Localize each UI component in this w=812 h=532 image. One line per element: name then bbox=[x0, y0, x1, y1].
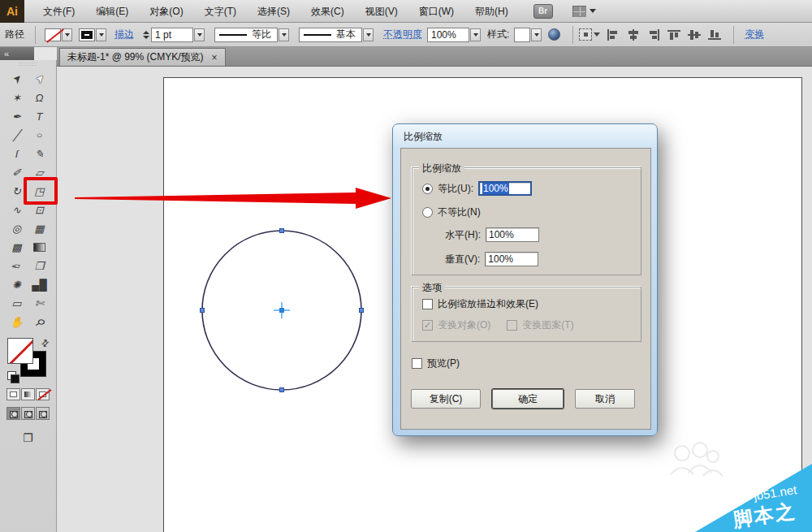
variable-width-profile-combo[interactable]: 等比 bbox=[214, 28, 289, 42]
align-to-icon bbox=[579, 28, 592, 41]
bridge-button[interactable]: Br bbox=[533, 4, 553, 19]
align-horizontal-left-icon[interactable] bbox=[607, 29, 620, 41]
color-mode-button[interactable] bbox=[6, 388, 20, 400]
screen-mode-button[interactable]: ❐ bbox=[0, 431, 56, 444]
stroke-weight-dropdown-button[interactable] bbox=[194, 28, 205, 41]
horizontal-scale-input[interactable]: 100% bbox=[486, 227, 539, 242]
scale-tool-icon: ◳ bbox=[34, 185, 44, 197]
stroke-dropdown-button[interactable] bbox=[96, 28, 106, 41]
draw-normal-button[interactable] bbox=[6, 407, 20, 420]
scale-strokes-checkbox[interactable] bbox=[422, 299, 433, 309]
vertical-scale-input[interactable]: 100% bbox=[485, 252, 538, 266]
brush-dropdown-button[interactable] bbox=[363, 28, 374, 41]
red-arrow-annotation bbox=[71, 182, 395, 214]
panel-collapse-button[interactable]: « bbox=[0, 47, 34, 60]
tools-grid: ➤➤✶Ω✒T╱○ſ✎✐▱↻◳∿⊡◎▦▩✑❒✺▄█▭✄✋⚲ bbox=[0, 70, 56, 331]
style-combo[interactable] bbox=[514, 28, 542, 42]
uniform-scale-input[interactable]: 100% bbox=[478, 181, 532, 196]
align-horizontal-right-icon[interactable] bbox=[647, 29, 660, 41]
document-tab[interactable]: 未标题-1* @ 99% (CMYK/预览) × bbox=[59, 48, 226, 66]
magic-wand-tool[interactable]: ✶ bbox=[6, 89, 28, 107]
close-tab-icon[interactable]: × bbox=[212, 52, 218, 63]
zoom-tool[interactable]: ⚲ bbox=[28, 313, 51, 331]
pencil-tool[interactable]: ✎ bbox=[28, 145, 51, 163]
workspace-switcher[interactable] bbox=[572, 6, 596, 17]
stroke-weight-combo[interactable]: 1 pt bbox=[151, 28, 205, 42]
preview-checkbox[interactable] bbox=[412, 358, 422, 369]
opacity-dropdown-button[interactable] bbox=[470, 28, 481, 41]
fill-proxy-none-icon[interactable] bbox=[7, 338, 33, 364]
menu-view[interactable]: 视图(V) bbox=[355, 0, 408, 23]
panel-drag-handle[interactable]: ::::::: bbox=[0, 60, 56, 70]
ellipse-tool[interactable]: ○ bbox=[28, 126, 51, 145]
menu-edit[interactable]: 编辑(E) bbox=[85, 0, 139, 23]
non-uniform-radio[interactable] bbox=[422, 207, 433, 218]
fill-stroke-controls: ⇄ bbox=[7, 338, 50, 380]
align-to-control[interactable] bbox=[579, 28, 600, 41]
perspective-grid-tool[interactable]: ▦ bbox=[28, 219, 51, 238]
menu-type[interactable]: 文字(T) bbox=[194, 0, 247, 23]
chevron-down-icon bbox=[590, 9, 596, 13]
paintbrush-tool[interactable]: ſ bbox=[6, 145, 28, 163]
line-segment-tool-icon: ╱ bbox=[14, 129, 20, 141]
align-vertical-top-icon[interactable] bbox=[667, 29, 680, 41]
menu-help[interactable]: 帮助(H) bbox=[464, 0, 519, 23]
menu-file[interactable]: 文件(F) bbox=[32, 0, 85, 23]
stroke-swatch-icon bbox=[79, 28, 95, 41]
gradient-mode-button[interactable] bbox=[21, 388, 35, 400]
align-horizontal-center-icon[interactable] bbox=[627, 29, 640, 41]
blend-tool[interactable]: ❒ bbox=[28, 257, 51, 275]
gradient-tool[interactable] bbox=[28, 238, 51, 257]
globe-icon[interactable] bbox=[548, 28, 560, 41]
lasso-tool[interactable]: Ω bbox=[28, 89, 51, 107]
stroke-color-control[interactable] bbox=[79, 28, 106, 41]
align-vertical-center-icon[interactable] bbox=[688, 29, 701, 41]
artboard-tool[interactable]: ▭ bbox=[6, 294, 28, 313]
copy-button[interactable]: 复制(C) bbox=[411, 389, 481, 409]
draw-behind-button[interactable] bbox=[21, 407, 35, 420]
swap-fill-stroke-icon[interactable]: ⇄ bbox=[39, 337, 52, 350]
align-vertical-bottom-icon[interactable] bbox=[708, 29, 721, 41]
app-logo-icon: Ai bbox=[0, 0, 24, 23]
symbol-sprayer-tool[interactable]: ✺ bbox=[6, 275, 28, 294]
menu-window[interactable]: 窗口(W) bbox=[408, 0, 464, 23]
menu-object[interactable]: 对象(O) bbox=[139, 0, 193, 23]
type-tool[interactable]: T bbox=[28, 107, 51, 126]
transform-panel-link[interactable]: 变换 bbox=[745, 28, 764, 41]
direct-selection-tool[interactable]: ➤ bbox=[28, 70, 51, 89]
line-segment-tool[interactable]: ╱ bbox=[6, 126, 28, 145]
eyedropper-tool[interactable]: ✑ bbox=[6, 257, 28, 275]
pen-tool[interactable]: ✒ bbox=[6, 107, 28, 126]
selection-tool[interactable]: ➤ bbox=[6, 70, 28, 89]
width-profile-dropdown-button[interactable] bbox=[279, 28, 289, 41]
selected-circle-object[interactable] bbox=[192, 221, 373, 401]
slice-tool[interactable]: ✄ bbox=[28, 294, 51, 313]
uniform-radio[interactable] bbox=[422, 184, 433, 194]
symbol-sprayer-tool-icon: ✺ bbox=[12, 279, 21, 291]
style-value[interactable] bbox=[514, 28, 530, 42]
brush-definition-combo[interactable]: 基本 bbox=[299, 28, 374, 42]
opacity-combo[interactable]: 100% bbox=[427, 28, 481, 42]
cancel-button[interactable]: 取消 bbox=[575, 389, 635, 409]
none-mode-button[interactable] bbox=[36, 388, 50, 400]
stroke-panel-link[interactable]: 描边 bbox=[114, 28, 134, 41]
stroke-weight-value[interactable]: 1 pt bbox=[151, 28, 193, 42]
menu-select[interactable]: 选择(S) bbox=[247, 0, 300, 23]
screen-mode-icon: ❐ bbox=[23, 431, 33, 444]
column-graph-tool[interactable]: ▄█ bbox=[28, 275, 51, 294]
mesh-tool[interactable]: ▩ bbox=[6, 238, 28, 257]
opacity-panel-link[interactable]: 不透明度 bbox=[383, 28, 422, 41]
menu-effect[interactable]: 效果(C) bbox=[300, 0, 355, 23]
fill-color-control[interactable] bbox=[45, 28, 72, 41]
hand-tool[interactable]: ✋ bbox=[6, 313, 28, 331]
ok-button[interactable]: 确定 bbox=[492, 389, 564, 409]
direct-selection-tool-icon: ➤ bbox=[32, 72, 47, 87]
shape-builder-tool[interactable]: ◎ bbox=[6, 219, 28, 238]
style-dropdown-button[interactable] bbox=[531, 28, 542, 41]
default-fill-stroke-icon[interactable] bbox=[7, 371, 16, 380]
stroke-weight-stepper[interactable] bbox=[143, 31, 149, 39]
menu-items: 文件(F)编辑(E)对象(O)文字(T)选择(S)效果(C)视图(V)窗口(W)… bbox=[32, 0, 519, 23]
scale-tool[interactable]: ◳ bbox=[28, 182, 51, 201]
draw-inside-button[interactable] bbox=[36, 407, 50, 420]
opacity-value[interactable]: 100% bbox=[427, 28, 469, 42]
